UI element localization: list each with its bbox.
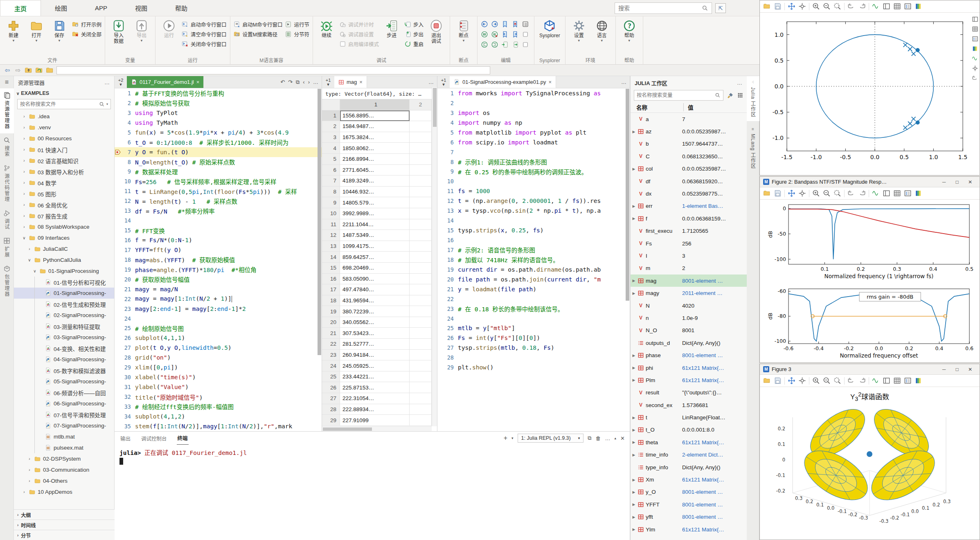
ribbon-button-保存[interactable]: 保存▼	[49, 19, 70, 43]
fig-save-icon[interactable]	[774, 377, 782, 385]
tree-item-00 Resources[interactable]: ›00 Resources	[14, 133, 114, 144]
add-terminal-icon[interactable]: +	[504, 434, 507, 442]
workspace-variable-time_info[interactable]: ▶time_info2-element Dict…	[631, 449, 747, 461]
collapse-ribbon-button[interactable]: ⇱	[715, 3, 726, 13]
expand-arrow-icon[interactable]: ▶	[631, 502, 637, 506]
fig-wave-icon[interactable]	[872, 2, 880, 10]
grid-row-header[interactable]: 5	[322, 154, 340, 165]
grid-cell[interactable]: 1850.8062…	[340, 143, 410, 154]
editor1-scrollbar[interactable]	[318, 89, 321, 430]
fig-legend-icon[interactable]	[904, 377, 912, 385]
workspace-variable-Plm[interactable]: ▶Plm61x121 Matrix{…	[631, 374, 747, 386]
grid-cell[interactable]: 14805.579…	[340, 197, 410, 208]
figure3-titlebar[interactable]: M Figure 3 ─ □ ✕	[760, 364, 980, 375]
workspace-variable-df[interactable]: Vdf0.0636815920…	[631, 175, 747, 187]
fig-colorbar-icon[interactable]	[915, 189, 922, 197]
ribbon-button-设置M搜索路径[interactable]: M设置M搜索路径	[234, 30, 283, 38]
grid-row-header[interactable]: 3	[322, 132, 340, 143]
grid-cell[interactable]: 1556.8895…	[340, 110, 410, 122]
fig-grid-icon[interactable]	[893, 189, 901, 197]
tree-item-01 快速入门[interactable]: ›01 快速入门	[14, 144, 114, 155]
grid-row-header[interactable]: 2	[322, 121, 340, 132]
ribbon-button-退出调试[interactable]: 退出 调试	[426, 19, 446, 45]
expand-arrow-icon[interactable]: ▶	[631, 428, 637, 432]
grid-cell-empty[interactable]	[410, 110, 432, 122]
workspace-variable-Xm[interactable]: ▶Xm61x121 Matrix{…	[631, 473, 747, 486]
workspace-variable-first_execu[interactable]: Vfirst_execu1.7120565	[631, 225, 747, 237]
terminal-cursor[interactable]	[119, 458, 123, 465]
tree-item-04-SignalProcessing-[interactable]: 04-SignalProcessing-	[14, 354, 114, 365]
figure2-titlebar[interactable]: M Figure 2: Bandpass NTF/STF Magnitude R…	[760, 177, 980, 187]
grid-cell-empty[interactable]	[410, 132, 432, 143]
terminal-tab-输出[interactable]: 输出	[119, 432, 131, 445]
workspace-variable-y_O[interactable]: ▶y_O8001-element …	[631, 486, 747, 498]
figure1-pole-zero-plot[interactable]: 1.00.50.0-0.5-1.0-1.5-1.0-0.50.00.51.01.…	[760, 13, 980, 170]
fig-undo-icon[interactable]	[972, 75, 978, 81]
trash-icon[interactable]: 🗑	[596, 435, 601, 441]
grid-cell[interactable]: 1099.4175…	[340, 241, 410, 252]
expand-arrow-icon[interactable]: ▶	[631, 279, 637, 283]
tree-item-05-数字和模拟滤波器[interactable]: 05-数字和模拟滤波器	[14, 365, 114, 376]
bookmark-icon[interactable]	[501, 20, 509, 28]
grid-row-header[interactable]: 17	[322, 284, 340, 295]
undo-icon[interactable]: ↶	[280, 79, 285, 85]
grid-cell[interactable]: 2211.1044…	[340, 219, 410, 230]
ribbon-button-分节符[interactable]: 分节符	[285, 30, 309, 38]
fig-undo-icon[interactable]	[847, 377, 855, 385]
fig-folder-icon[interactable]	[763, 377, 771, 385]
grid-cell[interactable]: 859.64257…	[340, 252, 410, 263]
arrow-left-circle-icon[interactable]	[481, 20, 488, 28]
workspace-variable-t[interactable]: ▶tLinRange{Float…	[631, 411, 747, 423]
close-icon[interactable]: ✕	[620, 435, 625, 441]
grid-cell[interactable]: 245.05925…	[340, 360, 410, 371]
grid-column-header-2[interactable]: 2	[410, 99, 432, 110]
tab-python-file[interactable]: 01-SignalProcessing-example01.py ×	[450, 76, 556, 88]
fig-pan-icon[interactable]	[788, 189, 795, 197]
expand-arrow-icon[interactable]: ▶	[631, 453, 637, 457]
grid-row-header[interactable]: 24	[322, 360, 340, 371]
grid-cell-empty[interactable]	[410, 295, 432, 306]
workspace-variable-n[interactable]: Vn1.0e-9	[631, 312, 747, 324]
tree-item-03 数据导入和分析[interactable]: ›03 数据导入和分析	[14, 166, 114, 177]
bookmark-remove-icon[interactable]	[511, 20, 519, 28]
tree-item-PythonCallJulia[interactable]: ∨PythonCallJulia	[14, 254, 114, 266]
checkbox-empty2-icon[interactable]	[522, 41, 529, 48]
terminal-tab-调试控制台[interactable]: 调试控制台	[140, 432, 168, 445]
menu-tab-视图[interactable]: 视图	[121, 0, 161, 16]
figure2-magnitude-response-plot[interactable]: 0.10.20.30.40.50-50-100dBNormalized freq…	[760, 200, 980, 362]
tree-item-10 AppDemos[interactable]: ›10 AppDemos	[14, 486, 114, 497]
ribbon-button-打开示例[interactable]: 打开示例	[72, 20, 101, 28]
grid-cell[interactable]: 225.87153…	[340, 382, 410, 393]
ribbon-button-语言[interactable]: 语言▼	[592, 19, 612, 43]
tree-item-05-SignalProcessing-[interactable]: 05-SignalProcessing-	[14, 376, 114, 387]
grid-cell[interactable]: 431.96594…	[340, 295, 410, 306]
workspace-variable-f[interactable]: ▶f0.0:0.06368159…	[631, 212, 747, 225]
grid-row-header[interactable]: 9	[322, 197, 340, 208]
grid-row-header[interactable]: 1	[322, 110, 340, 122]
grid-cell-empty[interactable]	[410, 317, 432, 328]
fig-colorbar-icon[interactable]	[915, 377, 922, 385]
python-code-editor[interactable]: 1from mworks import TySignalProcessing a…	[437, 88, 630, 372]
split-terminal-icon[interactable]: ⧉	[588, 435, 591, 441]
ribbon-button-导入数据[interactable]: 导入 数据	[108, 19, 129, 45]
workspace-variable-C[interactable]: VC0.0681323650…	[631, 150, 747, 162]
checkbox-empty-icon[interactable]	[522, 31, 529, 38]
workspace-variable-theta[interactable]: ▶theta61x121 Matrix{…	[631, 436, 747, 448]
tab-overflow-indicator[interactable]: +1▾	[437, 76, 450, 88]
ribbon-button-调试并计时[interactable]: 调试并计时	[339, 20, 379, 28]
grid-row-header[interactable]: 4	[322, 143, 340, 154]
activity-tab-包管理器[interactable]: 包管理器	[0, 262, 14, 301]
path-input[interactable]	[56, 66, 490, 74]
ribbon-button-运行[interactable]: 运行	[159, 19, 179, 39]
fig-grid-icon[interactable]	[893, 377, 901, 385]
ribbon-button-关闭命令行窗口[interactable]: 关闭命令行窗口	[182, 40, 227, 48]
tree-item-07-信号平滑和预处理[interactable]: 07-信号平滑和预处理	[14, 409, 114, 420]
close-icon[interactable]: ✕	[964, 365, 976, 374]
fig-colorbar-icon[interactable]	[972, 45, 978, 52]
ribbon-button-新建[interactable]: 新建▼	[3, 19, 24, 43]
expand-arrow-icon[interactable]: ▶	[631, 130, 637, 134]
menu-tab-绘图[interactable]: 绘图	[41, 0, 81, 16]
close-icon[interactable]: ×	[196, 79, 200, 85]
grid-row-header[interactable]: 26	[322, 382, 340, 393]
fig-folder-icon[interactable]	[763, 189, 771, 197]
